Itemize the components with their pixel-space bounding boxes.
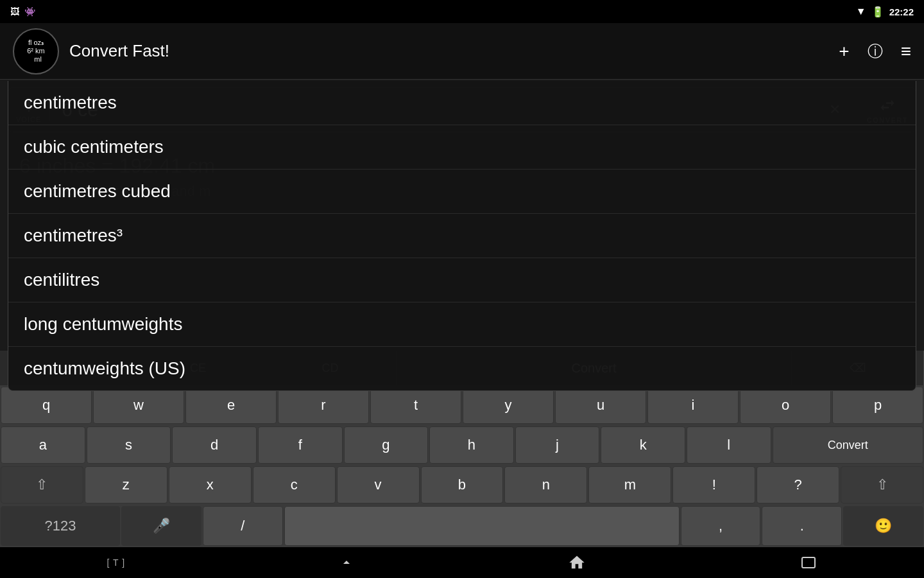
key-h[interactable]: h: [429, 426, 514, 464]
keyboard-row-1: qwertyuiop: [0, 385, 924, 425]
autocomplete-item-0[interactable]: centimetres: [8, 81, 916, 125]
autocomplete-dropdown: centimetrescubic centimeterscentimetres …: [8, 81, 916, 391]
key-_[interactable]: ?: [757, 466, 839, 504]
key-_[interactable]: !: [672, 466, 755, 504]
key-x[interactable]: x: [169, 466, 252, 504]
key-q[interactable]: q: [1, 387, 92, 424]
autocomplete-item-6[interactable]: centumweights (US): [8, 347, 916, 390]
key-space[interactable]: [284, 506, 680, 546]
key-e[interactable]: e: [185, 387, 277, 424]
key-u[interactable]: u: [555, 387, 646, 424]
app-logo-text: fl oz₃ 6² km ml: [27, 39, 45, 64]
status-bar: 🖼 👾 ▼ 🔋 22:22: [0, 0, 924, 23]
home-button[interactable]: [542, 548, 612, 577]
key-c[interactable]: c: [253, 466, 336, 504]
battery-icon: 🔋: [871, 6, 884, 18]
discord-icon: 👾: [24, 6, 35, 17]
keyboard-row-4: ?123🎤/,.🙂: [0, 505, 924, 547]
key-l[interactable]: l: [687, 426, 771, 464]
key-k[interactable]: k: [601, 426, 685, 464]
key-f[interactable]: f: [258, 426, 343, 464]
status-time: 22:22: [889, 6, 914, 17]
key-d[interactable]: d: [172, 426, 257, 464]
key-convert[interactable]: Convert: [773, 426, 923, 464]
key-num-sym[interactable]: ?123: [1, 506, 120, 546]
wifi-icon: ▼: [856, 6, 866, 17]
keyboard-toggle-button[interactable]: [ T ]: [81, 552, 151, 573]
key-shift-right[interactable]: ⇧: [841, 466, 923, 504]
autocomplete-item-4[interactable]: centilitres: [8, 258, 916, 302]
app-bar: fl oz₃ 6² km ml Convert Fast! + ⓘ ≡: [0, 23, 924, 80]
app-bar-actions: + ⓘ ≡: [839, 41, 911, 62]
autocomplete-item-1[interactable]: cubic centimeters: [8, 125, 916, 170]
key-slash[interactable]: /: [203, 506, 283, 546]
info-button[interactable]: ⓘ: [868, 41, 883, 62]
menu-button[interactable]: ≡: [901, 41, 911, 62]
notification-icon: 🖼: [10, 6, 19, 17]
key-z[interactable]: z: [85, 466, 167, 504]
key-g[interactable]: g: [344, 426, 429, 464]
key-n[interactable]: n: [504, 466, 587, 504]
key-y[interactable]: y: [463, 387, 554, 424]
key-s[interactable]: s: [87, 426, 171, 464]
key-shift-left[interactable]: ⇧: [1, 466, 83, 504]
key-emoji[interactable]: 🙂: [843, 506, 923, 546]
key-mic[interactable]: 🎤: [121, 506, 201, 546]
app-logo: fl oz₃ 6² km ml: [13, 28, 59, 74]
key-w[interactable]: w: [93, 387, 184, 424]
nav-bar: [ T ]: [0, 547, 924, 578]
key-i[interactable]: i: [647, 387, 739, 424]
autocomplete-item-2[interactable]: centimetres cubed: [8, 170, 916, 214]
autocomplete-item-3[interactable]: centimetres³: [8, 214, 916, 258]
recents-button[interactable]: [774, 550, 843, 575]
svg-rect-0: [802, 557, 815, 568]
key-comma[interactable]: ,: [681, 506, 761, 546]
key-o[interactable]: o: [740, 387, 831, 424]
key-t[interactable]: t: [370, 387, 461, 424]
key-p[interactable]: p: [832, 387, 923, 424]
add-button[interactable]: +: [839, 41, 849, 62]
app-title: Convert Fast!: [69, 41, 839, 61]
keyboard-row-2: asdfghjklConvert: [0, 425, 924, 465]
key-v[interactable]: v: [337, 466, 420, 504]
key-period[interactable]: .: [762, 506, 842, 546]
key-m[interactable]: m: [588, 466, 671, 504]
keyboard-row-3: ⇧zxcvbnm!?⇧: [0, 465, 924, 505]
key-b[interactable]: b: [421, 466, 504, 504]
back-chevron-button[interactable]: [313, 550, 380, 575]
key-j[interactable]: j: [515, 426, 600, 464]
key-a[interactable]: a: [1, 426, 85, 464]
key-r[interactable]: r: [278, 387, 369, 424]
autocomplete-item-5[interactable]: long centumweights: [8, 302, 916, 347]
